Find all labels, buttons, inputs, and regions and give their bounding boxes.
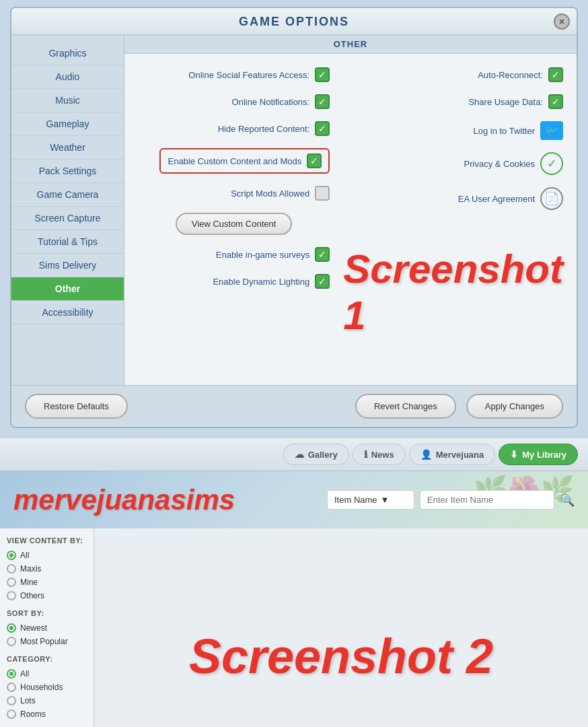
- share-usage-checkbox[interactable]: ✓: [548, 94, 563, 109]
- script-mods-checkbox[interactable]: [315, 186, 330, 201]
- ea-agreement-icon[interactable]: 📄: [540, 187, 563, 210]
- filter-maxis-radio[interactable]: Maxis: [7, 562, 87, 576]
- screenshot2-section: ☁ Gallery ℹ News 👤 Mervejuana ⬇ My Libra…: [0, 438, 588, 727]
- maxis-label: Maxis: [20, 564, 41, 574]
- privacy-icon[interactable]: ✓: [540, 152, 563, 175]
- gallery-navbar: ☁ Gallery ℹ News 👤 Mervejuana ⬇ My Libra…: [0, 438, 588, 471]
- rooms-label: Rooms: [20, 709, 46, 719]
- filter-households-radio[interactable]: Households: [7, 681, 87, 694]
- main-content: Other Online Social Features Access: ✓ O…: [124, 35, 577, 385]
- filter-rooms-radio[interactable]: Rooms: [7, 707, 87, 721]
- lots-radio-dot: [7, 696, 16, 705]
- online-notif-checkbox[interactable]: ✓: [315, 94, 330, 109]
- nav-tab-mervejuana[interactable]: 👤 Mervejuana: [409, 444, 496, 465]
- sidebar-item-other[interactable]: Other: [11, 277, 124, 301]
- filter-others-radio[interactable]: Others: [7, 589, 87, 602]
- filter-mine-radio[interactable]: Mine: [7, 576, 87, 589]
- others-label: Others: [20, 591, 44, 600]
- dynamic-lighting-label: Enable Dynamic Lighting: [213, 277, 309, 287]
- cat-all-label: All: [20, 669, 29, 679]
- revert-changes-button[interactable]: Revert Changes: [355, 394, 456, 419]
- footer-right: Revert Changes Apply Changes: [355, 394, 563, 419]
- sidebar-item-pack-settings[interactable]: Pack Settings: [11, 160, 124, 183]
- filter-all-radio[interactable]: All: [7, 549, 87, 562]
- option-online-social: Online Social Features Access: ✓: [138, 64, 330, 85]
- ingame-surveys-label: Enable in-game surveys: [216, 250, 309, 260]
- right-options-col: Auto-Reconnect: ✓ Share Usage Data: ✓ Lo…: [343, 64, 563, 352]
- most-popular-label: Most Popular: [20, 637, 68, 646]
- share-usage-label: Share Usage Data:: [468, 97, 543, 107]
- news-info-icon: ℹ: [364, 449, 367, 460]
- nav-tab-my-library[interactable]: ⬇ My Library: [499, 444, 578, 465]
- privacy-label: Privacy & Cookies: [464, 159, 535, 169]
- close-button[interactable]: ×: [554, 13, 570, 30]
- game-options-titlebar: Game Options ×: [11, 8, 577, 35]
- sidebar-item-audio[interactable]: Audio: [11, 65, 124, 89]
- sidebar-item-tutorial[interactable]: Tutorial & Tips: [11, 230, 124, 254]
- gallery-main: Screenshot 2: [94, 528, 588, 727]
- enable-custom-content-checkbox[interactable]: ✓: [307, 153, 322, 168]
- hide-reported-checkbox[interactable]: ✓: [315, 121, 330, 136]
- sidebar-item-graphics[interactable]: Graphics: [11, 42, 124, 65]
- option-auto-reconnect: Auto-Reconnect: ✓: [343, 64, 563, 85]
- sidebar-item-accessibility[interactable]: Accessibility: [11, 301, 124, 324]
- filter-most-popular-radio[interactable]: Most Popular: [7, 635, 87, 648]
- twitter-button[interactable]: 🐦: [540, 121, 563, 140]
- sidebar-item-music[interactable]: Music: [11, 89, 124, 112]
- nav-tab-gallery[interactable]: ☁ Gallery: [283, 444, 349, 465]
- sidebar-item-gameplay[interactable]: Gameplay: [11, 112, 124, 136]
- ingame-surveys-checkbox[interactable]: ✓: [315, 247, 330, 262]
- apply-changes-button[interactable]: Apply Changes: [466, 394, 563, 419]
- search-input[interactable]: [420, 490, 554, 510]
- auto-reconnect-checkbox[interactable]: ✓: [548, 67, 563, 82]
- game-options-window: Game Options × Graphics Audio Music Game…: [10, 7, 578, 428]
- search-dropdown[interactable]: Item Name ▼: [327, 490, 414, 510]
- sidebar-item-game-camera[interactable]: Game Camera: [11, 183, 124, 207]
- option-script-mods: Script Mods Allowed: [138, 182, 330, 204]
- search-button[interactable]: 🔍: [560, 493, 575, 508]
- nav-tab-news[interactable]: ℹ News: [353, 444, 406, 465]
- online-social-checkbox[interactable]: ✓: [315, 67, 330, 82]
- filter-lots-radio[interactable]: Lots: [7, 694, 87, 707]
- news-tab-label: News: [371, 450, 394, 460]
- category-title: Category:: [7, 655, 87, 663]
- game-options-overlay: Game Options × Graphics Audio Music Game…: [0, 0, 588, 438]
- sidebar-item-sims-delivery[interactable]: Sims Delivery: [11, 254, 124, 277]
- game-options-body: Graphics Audio Music Gameplay Weather Pa…: [11, 35, 577, 385]
- all-label: All: [20, 551, 29, 560]
- dynamic-lighting-checkbox[interactable]: ✓: [315, 274, 330, 289]
- enable-custom-content-highlighted: Enable Custom Content and Mods ✓: [159, 148, 330, 174]
- online-social-label: Online Social Features Access:: [188, 70, 309, 80]
- view-custom-content-button[interactable]: View Custom Content: [176, 213, 293, 235]
- auto-reconnect-label: Auto-Reconnect:: [478, 70, 543, 80]
- enable-custom-content-label: Enable Custom Content and Mods: [168, 156, 301, 166]
- online-notif-label: Online Notifications:: [232, 97, 310, 107]
- restore-defaults-button[interactable]: Restore Defaults: [25, 394, 128, 419]
- option-twitter: Log in to Twitter 🐦: [343, 118, 563, 143]
- mervejuana-tab-label: Mervejuana: [436, 450, 484, 460]
- newest-label: Newest: [20, 623, 47, 633]
- mine-label: Mine: [20, 578, 38, 587]
- rooms-radio-dot: [7, 709, 16, 719]
- gallery-body: View Content By: All Maxis Mine Others S…: [0, 528, 588, 727]
- filter-newest-radio[interactable]: Newest: [7, 621, 87, 635]
- section-header: Other: [124, 35, 577, 54]
- screenshot2-watermark: Screenshot 2: [189, 629, 493, 684]
- filter-category-all-radio[interactable]: All: [7, 667, 87, 681]
- households-radio-dot: [7, 683, 16, 692]
- most-popular-radio-dot: [7, 637, 16, 646]
- script-mods-label: Script Mods Allowed: [231, 188, 309, 199]
- gallery-tab-label: Gallery: [308, 450, 338, 460]
- gallery-header: mervejuanasims Item Name ▼ 🔍: [0, 471, 588, 528]
- screenshot1-watermark: Screenshot 1: [343, 232, 563, 352]
- option-hide-reported: Hide Reported Content: ✓: [138, 118, 330, 139]
- download-icon: ⬇: [510, 449, 518, 460]
- sidebar-item-screen-capture[interactable]: Screen Capture: [11, 207, 124, 230]
- option-share-usage: Share Usage Data: ✓: [343, 91, 563, 112]
- all-radio-dot: [7, 551, 16, 560]
- left-options-col: Online Social Features Access: ✓ Online …: [138, 64, 330, 352]
- sidebar-item-weather[interactable]: Weather: [11, 136, 124, 160]
- search-icon: 🔍: [560, 493, 575, 507]
- newest-radio-dot: [7, 623, 16, 633]
- window-title: Game Options: [11, 15, 577, 29]
